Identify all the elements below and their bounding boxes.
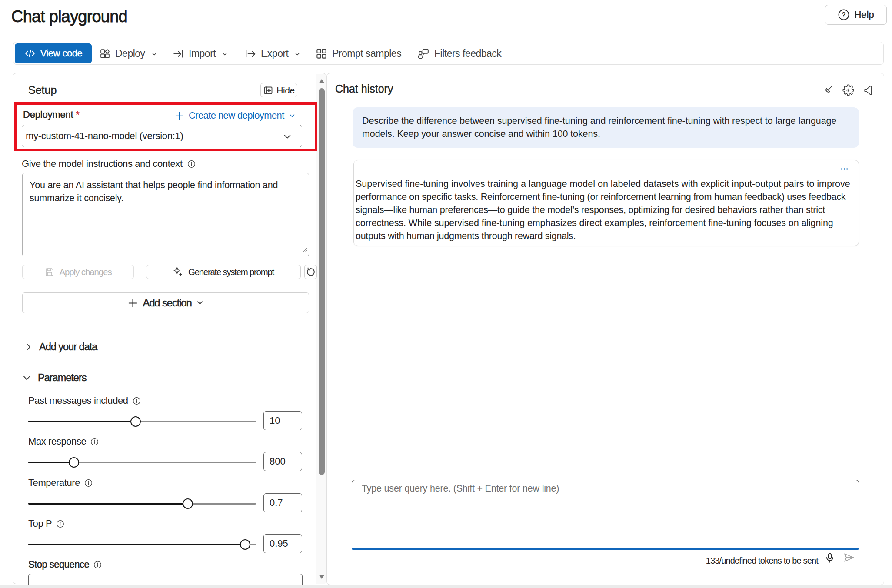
svg-text:?: ? <box>842 11 846 19</box>
